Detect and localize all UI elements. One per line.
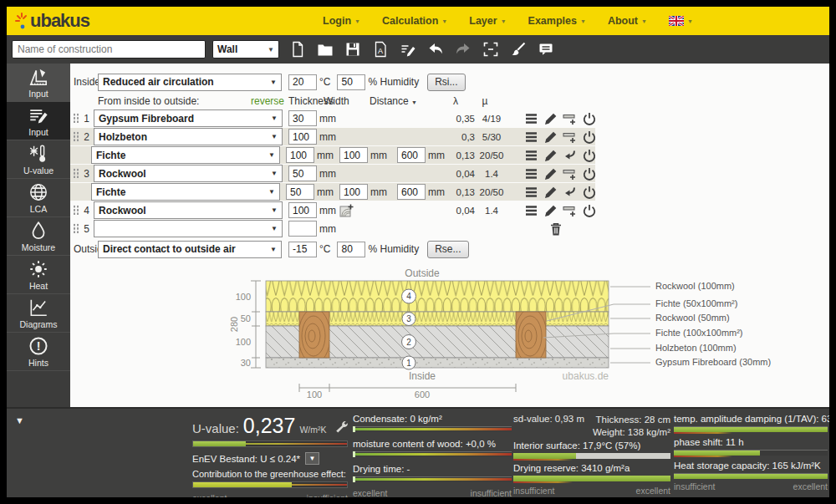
add-layer-button[interactable]: [563, 130, 578, 145]
collapse-panel-button[interactable]: ▼: [15, 415, 24, 425]
edit-layer-button[interactable]: [543, 203, 558, 218]
open-folder-button[interactable]: [317, 41, 334, 58]
edit-layer-button[interactable]: [543, 166, 558, 181]
outside-humidity-input[interactable]: [337, 242, 365, 257]
thickness-input[interactable]: [288, 110, 317, 126]
material-select[interactable]: Fichte▼: [91, 183, 280, 201]
layer-menu-button[interactable]: [524, 185, 539, 200]
chevron-down-icon: ▼: [411, 99, 417, 105]
distance-input[interactable]: [397, 147, 426, 163]
remove-subdivision-button[interactable]: [563, 148, 578, 163]
rse-button[interactable]: Rse...: [427, 241, 468, 258]
edit-layer-button[interactable]: [543, 111, 558, 126]
distance-input[interactable]: [397, 184, 426, 200]
edit-list-button[interactable]: [400, 41, 416, 58]
uk-flag-icon: [669, 16, 684, 26]
layer-menu-button[interactable]: [524, 130, 539, 145]
sidebar-item-moisture[interactable]: Moisture: [7, 217, 70, 256]
layer-menu-button[interactable]: [524, 111, 539, 126]
chevron-down-icon: ▼: [271, 170, 278, 177]
nav-login[interactable]: Login▼: [323, 15, 360, 27]
sidebar-item-input-layers[interactable]: Input: [7, 102, 70, 140]
nav-layer[interactable]: Layer▼: [469, 15, 506, 27]
thickness-input[interactable]: [288, 202, 317, 218]
sidebar-item-heat[interactable]: Heat: [7, 256, 70, 294]
drag-handle[interactable]: [73, 113, 79, 124]
sidebar-item-u-value[interactable]: U-value: [7, 140, 70, 179]
edit-layer-button[interactable]: [543, 130, 558, 145]
material-select[interactable]: ▼: [94, 220, 283, 237]
layer-menu-button[interactable]: [524, 203, 539, 218]
drag-handle[interactable]: [73, 205, 79, 216]
drag-handle[interactable]: [73, 168, 79, 179]
pdf-export-button[interactable]: A: [372, 41, 389, 58]
construction-type-select[interactable]: Wall▼: [212, 40, 279, 59]
nav-examples[interactable]: Examples▼: [528, 15, 586, 27]
distance-header[interactable]: Distance ▼: [370, 95, 417, 107]
inside-temp-input[interactable]: [288, 74, 317, 90]
comment-button[interactable]: [538, 41, 554, 58]
delete-layer-button[interactable]: [548, 221, 563, 237]
diagram-layer-gypsum[interactable]: [266, 358, 609, 368]
material-select[interactable]: Fichte▼: [91, 146, 280, 164]
add-layer-button[interactable]: [563, 166, 578, 181]
reverse-link[interactable]: reverse: [251, 95, 283, 107]
diagram-stud-right[interactable]: [515, 308, 547, 364]
nav-calculation[interactable]: Calculation▼: [382, 15, 447, 27]
toggle-layer-button[interactable]: [582, 166, 597, 181]
save-button[interactable]: [344, 41, 361, 58]
add-layer-button[interactable]: [563, 203, 578, 218]
thickness-input[interactable]: [286, 147, 314, 163]
sidebar-item-hints[interactable]: ! Hints: [7, 333, 70, 371]
diagram-layer-rockwool-100[interactable]: [266, 281, 609, 312]
material-select[interactable]: Rockwool▼: [94, 201, 283, 219]
material-select[interactable]: Rockwool▼: [94, 165, 283, 182]
brush-button[interactable]: [510, 41, 527, 58]
toggle-layer-button[interactable]: [582, 185, 597, 200]
toggle-layer-button[interactable]: [582, 203, 597, 218]
undo-button[interactable]: [427, 41, 444, 58]
diagram-stud-left[interactable]: [298, 308, 330, 364]
edit-layer-button[interactable]: [543, 185, 558, 200]
new-document-button[interactable]: [289, 41, 306, 58]
redo-button[interactable]: [455, 41, 472, 58]
drag-handle[interactable]: [73, 223, 79, 234]
toggle-layer-button[interactable]: [582, 130, 597, 145]
nav-about[interactable]: About▼: [608, 15, 647, 27]
width-input[interactable]: [339, 184, 368, 200]
logo[interactable]: ubakus: [15, 10, 89, 32]
add-stud-button[interactable]: [339, 203, 354, 218]
construction-name-input[interactable]: [12, 40, 206, 59]
sidebar-item-input-geometry[interactable]: Input: [7, 64, 70, 102]
thickness-input[interactable]: [288, 165, 317, 181]
language-selector[interactable]: ▼: [669, 16, 693, 26]
outside-surface-select[interactable]: Direct contact to outside air▼: [98, 241, 282, 258]
sidebar-item-diagrams[interactable]: Diagrams: [7, 294, 70, 333]
fullscreen-button[interactable]: [482, 41, 499, 58]
rsi-button[interactable]: Rsi...: [427, 74, 465, 91]
width-input[interactable]: [339, 147, 368, 163]
layer-number: 1: [79, 113, 94, 125]
toggle-layer-button[interactable]: [582, 148, 597, 163]
material-select[interactable]: Gypsum Fibreboard▼: [94, 109, 283, 127]
remove-subdivision-button[interactable]: [563, 185, 578, 200]
enev-dropdown-button[interactable]: ▼: [305, 452, 319, 465]
thickness-input[interactable]: [288, 129, 317, 145]
layer-row-4: 4 Rockwool▼ mm 0,04 1.4: [70, 201, 595, 219]
edit-layer-button[interactable]: [543, 148, 558, 163]
material-select[interactable]: Holzbeton▼: [94, 128, 283, 145]
toggle-layer-button[interactable]: [582, 111, 597, 126]
layer-menu-button[interactable]: [524, 148, 539, 163]
thickness-input[interactable]: [286, 184, 314, 200]
outside-temp-input[interactable]: [288, 242, 317, 257]
sidebar-item-lca[interactable]: LCA: [7, 179, 70, 217]
inside-surface-select[interactable]: Reduced air circulation▼: [98, 74, 282, 91]
wrench-icon[interactable]: [334, 420, 348, 433]
inside-humidity-input[interactable]: [337, 74, 365, 90]
drag-handle[interactable]: [73, 131, 79, 142]
layer-menu-button[interactable]: [524, 166, 539, 181]
mm-label: mm: [317, 186, 334, 198]
add-layer-button[interactable]: [563, 111, 578, 126]
thickness-input[interactable]: [288, 221, 317, 237]
chevron-down-icon: ▼: [441, 18, 447, 24]
